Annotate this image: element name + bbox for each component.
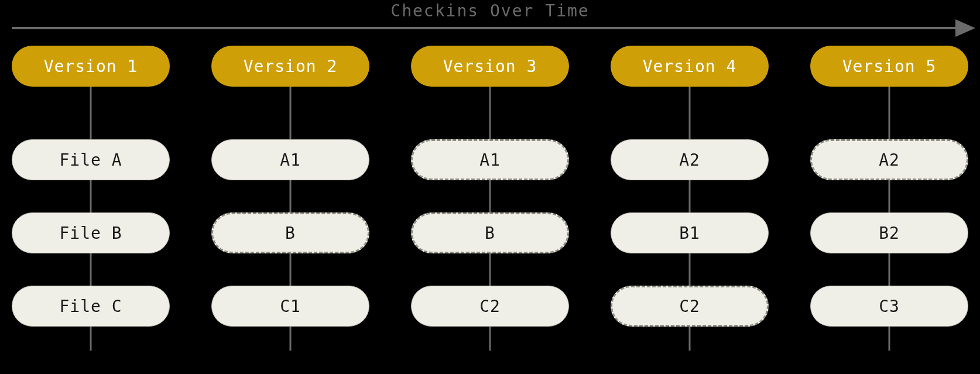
file-node: A1 <box>211 139 369 180</box>
file-node: A2 <box>611 139 769 180</box>
version-column: Version 3 A1 B C2 <box>411 46 569 368</box>
version-column: Version 5 A2 B2 C3 <box>810 46 968 368</box>
file-node: A1 <box>411 139 569 180</box>
file-node: File B <box>12 212 170 253</box>
file-node: A2 <box>810 139 968 180</box>
file-node: B1 <box>611 212 769 253</box>
version-header: Version 3 <box>411 46 569 87</box>
version-column: Version 2 A1 B C1 <box>211 46 369 368</box>
file-node: File C <box>12 286 170 327</box>
timeline-arrow-head-icon <box>955 19 975 37</box>
version-column: Version 4 A2 B1 C2 <box>611 46 769 368</box>
file-node: File A <box>12 139 170 180</box>
file-node: B2 <box>810 212 968 253</box>
diagram-canvas: Checkins Over Time Version 1 File A File… <box>0 0 980 374</box>
columns-container: Version 1 File A File B File C Version 2… <box>12 46 968 368</box>
file-node: B <box>411 212 569 253</box>
version-header: Version 5 <box>810 46 968 87</box>
version-column: Version 1 File A File B File C <box>12 46 170 368</box>
version-header: Version 1 <box>12 46 170 87</box>
version-header: Version 4 <box>611 46 769 87</box>
version-header: Version 2 <box>211 46 369 87</box>
diagram-title: Checkins Over Time <box>0 1 980 20</box>
file-node: C2 <box>411 286 569 327</box>
file-node: B <box>211 212 369 253</box>
file-node: C3 <box>810 286 968 327</box>
file-node: C1 <box>211 286 369 327</box>
file-node: C2 <box>611 286 769 327</box>
timeline-arrow-shaft <box>12 27 957 29</box>
